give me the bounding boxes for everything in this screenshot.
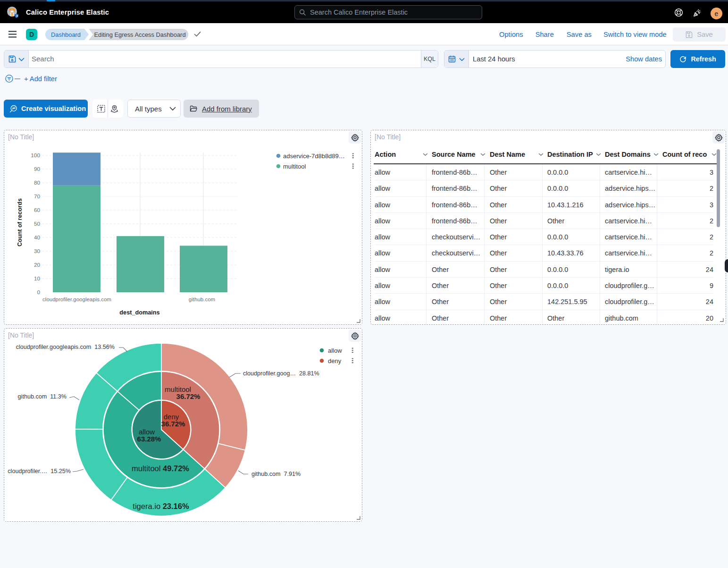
svg-text:10: 10 (34, 275, 41, 282)
svg-text:90: 90 (34, 166, 41, 172)
svg-text:github.com 11.3%: github.com 11.3% (18, 393, 67, 400)
svg-text:20: 20 (34, 262, 41, 268)
svg-text:dest_domains: dest_domains (119, 309, 159, 316)
svg-text:36.72%: 36.72% (176, 392, 201, 400)
svg-text:deny: deny (328, 357, 342, 365)
svg-text:allow: allow (328, 347, 342, 354)
svg-text:50: 50 (34, 220, 41, 227)
svg-text:70: 70 (34, 193, 41, 200)
svg-text:cloudprofiler.googleapis.com: cloudprofiler.googleapis.com (42, 297, 111, 302)
svg-text:adservice-7d8b8d89…: adservice-7d8b8d89… (283, 153, 345, 160)
svg-text:36.72%: 36.72% (161, 420, 185, 428)
svg-text:60: 60 (34, 207, 41, 213)
svg-text:cloudprofiler.goog… 28.81%: cloudprofiler.goog… 28.81% (243, 370, 319, 377)
svg-text:tigera.io 23.16%: tigera.io 23.16% (133, 502, 189, 510)
svg-text:63.28%: 63.28% (137, 435, 161, 443)
svg-text:multitool: multitool (283, 163, 306, 170)
svg-text:cloudprofiler.googleapis.com: cloudprofiler.googleapis.com 13.56% (16, 344, 115, 350)
svg-text:multitool 49.72%: multitool 49.72% (132, 464, 189, 473)
svg-text:github.com: github.com (189, 297, 215, 302)
svg-text:80: 80 (34, 179, 41, 186)
svg-text:100: 100 (31, 152, 40, 159)
svg-text:Count of records: Count of records (17, 198, 23, 246)
svg-text:cloudprofiler.… 15.25%: cloudprofiler.… 15.25% (8, 468, 71, 475)
svg-text:github.com 7.91%: github.com 7.91% (251, 471, 301, 477)
svg-text:40: 40 (34, 234, 41, 241)
svg-text:30: 30 (34, 248, 41, 254)
svg-text:0: 0 (37, 289, 40, 296)
